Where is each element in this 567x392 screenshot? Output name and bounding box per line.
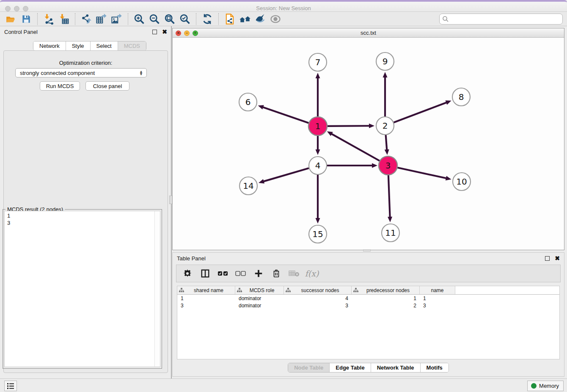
float-panel-icon[interactable] (152, 30, 157, 34)
hide-eye-icon[interactable] (268, 13, 283, 25)
search-input[interactable] (449, 14, 562, 24)
node-table: shared name MCDS role successor nodes pr… (177, 286, 560, 359)
tab-network[interactable]: Network (33, 41, 66, 50)
edge-3-1[interactable] (331, 134, 380, 161)
search-icon (442, 16, 449, 22)
tab-motifs[interactable]: Motifs (421, 363, 449, 372)
table-row[interactable]: 3 dominator 3 2 3 (177, 302, 559, 309)
cell-name[interactable]: 3 (420, 303, 455, 309)
save-session-icon[interactable] (19, 13, 34, 25)
cell-mcds-role[interactable]: dominator (235, 295, 284, 301)
arrowhead-2-3 (385, 149, 389, 155)
cell-name[interactable]: 1 (420, 295, 455, 301)
cell-mcds-role[interactable]: dominator (235, 303, 284, 309)
minimize-view-icon[interactable]: − (184, 30, 190, 36)
cell-successor-nodes[interactable]: 3 (284, 303, 352, 309)
column-header-predecessor-nodes[interactable]: predecessor nodes (352, 286, 420, 294)
clone-network-icon[interactable] (222, 13, 237, 25)
column-header-shared-name[interactable]: shared name (177, 286, 235, 294)
select-all-icon[interactable] (217, 268, 229, 279)
close-panel-button[interactable]: Close panel (85, 81, 129, 91)
tab-node-table[interactable]: Node Table (288, 363, 330, 372)
table-row[interactable]: 1 dominator 4 1 1 (177, 295, 559, 302)
columns-icon[interactable] (199, 268, 211, 279)
mcds-result-textarea[interactable]: 1 3 (4, 211, 160, 367)
cell-shared-name[interactable]: 1 (177, 295, 235, 301)
edge-3-10[interactable] (397, 168, 446, 179)
edge-4-14[interactable] (263, 168, 309, 182)
deselect-all-icon[interactable] (235, 268, 247, 279)
cell-successor-nodes[interactable]: 4 (284, 295, 352, 301)
arrowhead-1-7 (316, 73, 320, 78)
zoom-out-icon[interactable] (147, 13, 162, 25)
edge-2-8[interactable] (394, 102, 447, 123)
arrowhead-1-4 (316, 149, 320, 155)
tab-network-table[interactable]: Network Table (371, 363, 421, 372)
maximize-view-icon[interactable]: + (193, 30, 198, 36)
result-scrollbar[interactable] (154, 211, 160, 367)
edge-3-11[interactable] (388, 175, 390, 218)
close-view-icon[interactable]: ✕ (176, 30, 181, 36)
tab-edge-table[interactable]: Edge Table (330, 363, 371, 372)
graph-node-label-15: 15 (312, 229, 323, 239)
edge-1-2[interactable] (327, 126, 370, 126)
arrowhead-1-6 (258, 105, 264, 109)
column-header-successor-nodes[interactable]: successor nodes (284, 286, 352, 294)
edge-1-6[interactable] (262, 107, 309, 123)
graph-node-label-2: 2 (383, 121, 388, 131)
graph-node-label-8: 8 (459, 92, 464, 102)
float-table-panel-icon[interactable] (545, 256, 550, 261)
function-icon[interactable]: f(x) (306, 268, 318, 279)
tab-select[interactable]: Select (91, 41, 118, 50)
table-header: shared name MCDS role successor nodes pr… (177, 286, 559, 295)
zoom-in-icon[interactable] (132, 13, 147, 25)
network-window-titlebar[interactable]: ✕ − + scc.txt (173, 28, 564, 38)
trash-icon[interactable] (270, 268, 282, 279)
cell-predecessor-nodes[interactable]: 2 (352, 303, 420, 309)
hierarchy-icon (237, 288, 242, 293)
tab-mcds[interactable]: MCDS (118, 41, 146, 50)
gear-icon[interactable] (182, 268, 193, 279)
memory-button[interactable]: Memory (527, 381, 564, 391)
refresh-icon[interactable] (200, 13, 215, 25)
tab-style[interactable]: Style (66, 41, 91, 50)
close-panel-icon[interactable]: ✖ (162, 30, 167, 34)
export-image-icon[interactable] (109, 13, 124, 25)
graph-node-label-9: 9 (383, 56, 388, 66)
zoom-fit-icon[interactable] (162, 13, 177, 25)
network-view-window: ✕ − + scc.txt 7968124314101511 (172, 28, 564, 250)
cell-shared-name[interactable]: 3 (177, 303, 235, 309)
arrowhead-4-15 (316, 218, 320, 224)
run-mcds-button[interactable]: Run MCDS (40, 81, 80, 91)
column-header-name[interactable]: name (420, 286, 455, 294)
graph-node-label-1: 1 (315, 121, 321, 131)
graph-node-label-3: 3 (385, 160, 391, 171)
export-network-icon[interactable] (79, 13, 94, 25)
column-header-mcds-role[interactable]: MCDS role (235, 286, 284, 294)
horizontal-splitter-grip[interactable] (363, 249, 371, 251)
control-panel-tabs: Network Style Select MCDS (33, 41, 146, 51)
close-table-panel-icon[interactable]: ✖ (555, 256, 560, 261)
zoom-selected-icon[interactable] (177, 13, 193, 25)
import-table-icon[interactable] (56, 13, 72, 25)
arrowhead-4-14 (259, 179, 264, 184)
network-canvas[interactable]: 7968124314101511 (173, 38, 564, 250)
search-box[interactable] (439, 14, 563, 25)
control-panel: Control Panel ✖ Network Style Select MCD… (0, 26, 171, 378)
edge-2-3[interactable] (386, 135, 387, 150)
home-icon[interactable] (237, 13, 253, 25)
control-panel-title: Control Panel (4, 29, 38, 35)
style-eye-icon[interactable] (253, 13, 268, 25)
open-session-icon[interactable] (3, 13, 19, 25)
task-history-button[interactable] (4, 381, 17, 391)
import-network-icon[interactable] (41, 13, 56, 25)
add-icon[interactable] (253, 268, 264, 279)
cell-predecessor-nodes[interactable]: 1 (352, 295, 420, 301)
delete-table-icon[interactable] (288, 268, 300, 279)
criterion-select[interactable]: strongly connected component ▲▼ (15, 68, 147, 77)
export-table-icon[interactable] (94, 13, 109, 25)
list-icon (7, 383, 14, 389)
memory-status-icon (531, 383, 537, 389)
status-bar: Memory (0, 378, 567, 392)
arrowhead-1-2 (369, 124, 374, 128)
